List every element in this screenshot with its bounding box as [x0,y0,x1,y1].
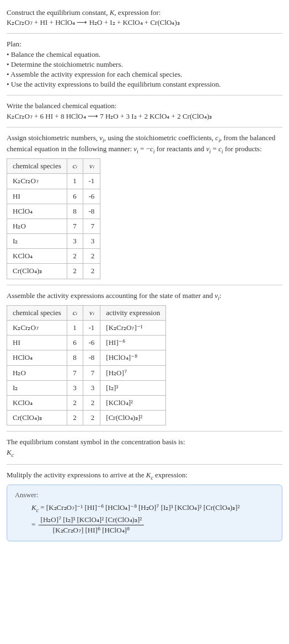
cell-nui: 7 [83,365,100,380]
cell-species: HClO₄ [7,204,67,219]
cell-ci: 2 [67,411,83,425]
cell-nui: 7 [83,219,100,233]
divider [7,127,282,127]
activity-heading-b: : [220,291,222,300]
plan-item: • Balance the chemical equation. [7,50,282,60]
intro-section: Construct the equilibrium constant, K, e… [7,4,282,31]
K-letter: K [31,503,36,512]
cell-nui: -8 [83,350,100,365]
kc-heading: The equilibrium constant symbol in the c… [7,437,282,447]
divider [7,33,282,34]
plan-item-text: Determine the stoichiometric numbers. [11,60,123,68]
stoich-table: chemical species cᵢ νᵢ K₂Cr₂O₇1-1 HI6-6 … [7,158,100,279]
col-ci: cᵢ [67,159,83,174]
cell-activity: [H₂O]⁷ [100,365,166,380]
stoich-text: Assign stoichiometric numbers, νi, using… [7,133,282,155]
plan-item-text: Assemble the activity expression for eac… [10,70,182,78]
plan-item-text: Use the activity expressions to build th… [11,80,221,88]
table-row: I₂33[I₂]³ [7,380,166,395]
table-header-row: chemical species cᵢ νᵢ [7,159,100,174]
col-ci: cᵢ [67,305,83,320]
cell-nui: 2 [83,264,100,279]
balanced-section: Write the balanced chemical equation: K₂… [7,98,282,124]
table-row: H₂O77 [7,219,100,233]
cell-ci: 1 [67,174,83,189]
table-row: HClO₄8-8[HClO₄]⁻⁸ [7,350,166,365]
cell-ci: 8 [67,204,83,219]
cell-nui: -6 [83,189,100,204]
c-sub: c [12,451,14,457]
cell-activity: [Cr(ClO₄)₃]² [100,411,166,425]
answer-label: Answer: [15,491,274,501]
plan-item: • Use the activity expressions to build … [7,79,282,89]
cell-species: KClO₄ [7,249,67,264]
table-row: K₂Cr₂O₇1-1 [7,174,100,189]
cell-ci: 2 [67,249,83,264]
fraction: [H₂O]⁷ [I₂]³ [KClO₄]² [Cr(ClO₄)₃]² [K₂Cr… [39,515,144,535]
cell-ci: 7 [67,219,83,233]
divider [7,431,282,432]
kc-symbol-section: The equilibrium constant symbol in the c… [7,434,282,461]
cell-species: Cr(ClO₄)₃ [7,411,67,425]
intro-text-a: Construct the equilibrium constant, [7,8,110,17]
cell-species: H₂O [7,219,67,233]
table-row: H₂O77[H₂O]⁷ [7,365,166,380]
answer-content: Kc = [K₂Cr₂O₇]⁻¹ [HI]⁻⁶ [HClO₄]⁻⁸ [H₂O]⁷… [15,503,274,536]
cell-species: I₂ [7,380,67,395]
fraction-denominator: [K₂Cr₂O₇] [HI]⁶ [HClO₄]⁸ [39,525,144,535]
plan-heading: Plan: [7,39,282,49]
cell-ci: 7 [67,365,83,380]
stoich-text-part: for products: [223,145,261,153]
cell-nui: -8 [83,204,100,219]
stoich-text-part: Assign stoichiometric numbers, [7,134,99,142]
cell-species: HClO₄ [7,350,67,365]
table-row: HClO₄8-8 [7,204,100,219]
table-row: HI6-6[HI]⁻⁶ [7,336,166,350]
table-row: HI6-6 [7,189,100,204]
table-row: Cr(ClO₄)₃22 [7,264,100,279]
cell-species: H₂O [7,365,67,380]
cell-nui: 2 [83,411,100,425]
answer-expr1: = [K₂Cr₂O₇]⁻¹ [HI]⁻⁶ [HClO₄]⁻⁸ [H₂O]⁷ [I… [40,503,239,512]
stoich-text-part: , using the stoichiometric coefficients, [104,134,216,142]
fraction-numerator: [H₂O]⁷ [I₂]³ [KClO₄]² [Cr(ClO₄)₃]² [39,515,144,525]
answer-line1: Kc = [K₂Cr₂O₇]⁻¹ [HI]⁻⁶ [HClO₄]⁻⁸ [H₂O]⁷… [31,503,274,514]
plan-section: Plan: • Balance the chemical equation. •… [7,36,282,93]
multiply-heading-b: expression: [153,471,188,479]
table-row: KClO₄22[KClO₄]² [7,396,166,411]
activity-heading: Assemble the activity expressions accoun… [7,291,282,302]
stoich-text-part: for reactants and [155,145,206,153]
cell-species: I₂ [7,234,67,249]
cell-species: K₂Cr₂O₇ [7,174,67,189]
cell-nui: -1 [83,321,100,336]
divider [7,285,282,285]
cell-activity: [HClO₄]⁻⁸ [100,350,166,365]
cell-activity: [KClO₄]² [100,396,166,411]
table-row: I₂33 [7,234,100,249]
Kc-symbol: Kc [31,503,39,512]
table-row: Cr(ClO₄)₃22[Cr(ClO₄)₃]² [7,411,166,425]
stoich-section: Assign stoichiometric numbers, νi, using… [7,130,282,283]
cell-species: KClO₄ [7,396,67,411]
answer-line2: = [H₂O]⁷ [I₂]³ [KClO₄]² [Cr(ClO₄)₃]² [K₂… [31,515,274,535]
col-nui: νᵢ [83,305,100,320]
K-letter: K [7,448,12,456]
activity-heading-a: Assemble the activity expressions accoun… [7,291,215,300]
cell-nui: 3 [83,380,100,395]
unbalanced-equation: K₂Cr₂O₇ + HI + HClO₄ ⟶ H₂O + I₂ + KClO₄ … [7,18,282,28]
cell-ci: 3 [67,380,83,395]
balanced-equation: K₂Cr₂O₇ + 6 HI + 8 HClO₄ ⟶ 7 H₂O + 3 I₂ … [7,111,282,121]
multiply-heading: Mulitply the activity expressions to arr… [7,470,282,481]
cell-nui: -6 [83,336,100,350]
col-species: chemical species [7,305,67,320]
plan-item: • Determine the stoichiometric numbers. [7,60,282,70]
table-header-row: chemical species cᵢ νᵢ activity expressi… [7,305,166,320]
col-nui: νᵢ [83,159,100,174]
cell-species: HI [7,336,67,350]
activity-table: chemical species cᵢ νᵢ activity expressi… [7,305,166,426]
cell-ci: 8 [67,350,83,365]
cell-ci: 6 [67,189,83,204]
intro-line: Construct the equilibrium constant, K, e… [7,8,282,18]
cell-activity: [K₂Cr₂O₇]⁻¹ [100,321,166,336]
col-activity: activity expression [100,305,166,320]
